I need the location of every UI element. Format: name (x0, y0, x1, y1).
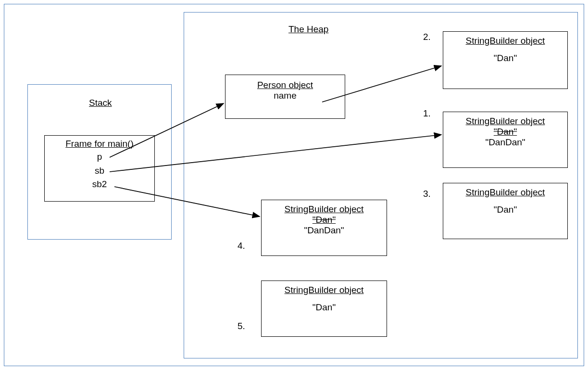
stringbuilder-box-5: StringBuilder object "Dan" (261, 281, 387, 337)
sb4-title: StringBuilder object (262, 204, 387, 215)
frame-title: Frame for main() (45, 139, 154, 149)
sb1-old-value: "Dan" (443, 127, 567, 137)
heap-title: The Heap (288, 24, 328, 35)
sb4-new-value: "DanDan" (262, 225, 387, 236)
sb1-new-value: "DanDan" (443, 137, 567, 148)
stack-title: Stack (89, 98, 112, 108)
var-sb2: sb2 (45, 178, 154, 191)
label-4: 4. (238, 241, 245, 251)
person-field-name: name (225, 90, 345, 101)
sb2-title: StringBuilder object (443, 36, 567, 46)
sb2-value: "Dan" (443, 53, 567, 64)
label-2: 2. (423, 32, 431, 42)
var-p: p (45, 150, 154, 164)
stack-frame-box: Frame for main() p sb sb2 (44, 135, 155, 202)
sb5-title: StringBuilder object (262, 285, 387, 295)
sb4-old-value: "Dan" (262, 215, 387, 225)
var-sb: sb (45, 164, 154, 178)
sb3-title: StringBuilder object (443, 187, 567, 198)
person-title: Person object (225, 80, 345, 90)
person-object-box: Person object name (225, 75, 345, 119)
stringbuilder-box-2: StringBuilder object "Dan" (443, 31, 568, 89)
sb3-value: "Dan" (443, 204, 567, 215)
label-1: 1. (423, 108, 431, 119)
label-5: 5. (238, 321, 245, 332)
stringbuilder-box-1: StringBuilder object "Dan" "DanDan" (443, 112, 568, 168)
sb1-title: StringBuilder object (443, 116, 567, 127)
stringbuilder-box-4: StringBuilder object "Dan" "DanDan" (261, 200, 387, 256)
stringbuilder-box-3: StringBuilder object "Dan" (443, 183, 568, 239)
label-3: 3. (423, 189, 431, 199)
sb5-value: "Dan" (262, 302, 387, 313)
